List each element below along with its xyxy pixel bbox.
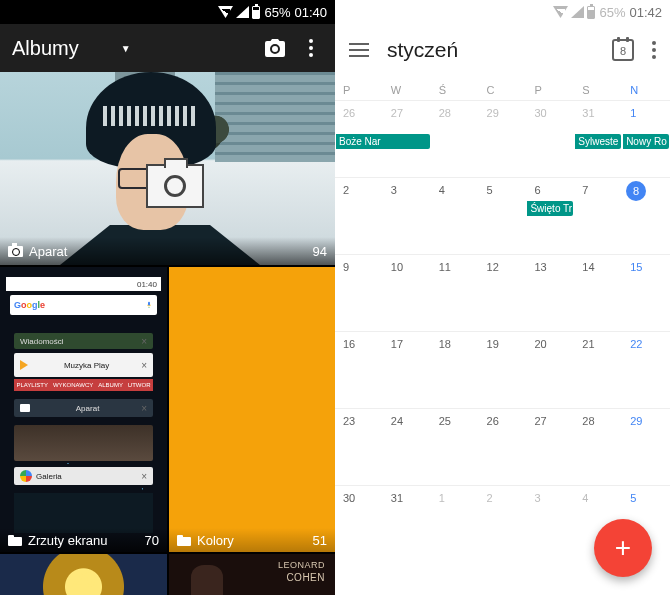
album-name: Aparat (29, 244, 67, 259)
battery-percent: 65% (599, 5, 625, 20)
google-search-bar: Google (10, 295, 157, 315)
signal-icon (236, 6, 249, 18)
calendar-day[interactable]: 25 (431, 409, 479, 485)
album-cutoff[interactable]: 20 (0, 554, 167, 595)
folder-icon (8, 535, 22, 546)
wifi-icon (553, 6, 568, 18)
album-kolory[interactable]: Kolory 51 (169, 267, 335, 552)
calendar-week: 2627282930311Boże NarSylwesteNowy Ro (335, 100, 670, 177)
calendar-day[interactable]: 18 (431, 332, 479, 408)
calendar-day[interactable]: 26 (479, 409, 527, 485)
calendar-day[interactable]: 7 (574, 178, 622, 254)
calendar-grid: P W Ś C P S N 2627282930311Boże NarSylwe… (335, 76, 670, 545)
album-aparat[interactable]: Aparat 94 (0, 72, 335, 265)
calendar-day[interactable]: 21 (574, 332, 622, 408)
calendar-day[interactable]: 2 (335, 178, 383, 254)
calendar-day[interactable]: 27 (526, 409, 574, 485)
calendar-day[interactable]: 14 (574, 255, 622, 331)
event-chip[interactable]: Sylweste (575, 134, 621, 149)
gallery-icon (20, 470, 32, 482)
calendar-day[interactable]: 31 (383, 486, 431, 545)
calendar-toolbar: styczeń 8 (335, 24, 670, 76)
battery-percent: 65% (264, 5, 290, 20)
calendar-day[interactable]: 30 (526, 101, 574, 177)
portrait-silhouette (191, 565, 223, 595)
status-bar: 65% 01:40 (0, 0, 335, 24)
event-chip[interactable]: Święto Tr (527, 201, 573, 216)
calendar-day[interactable]: 8 (622, 178, 670, 254)
camera-icon (8, 246, 23, 257)
calendar-day[interactable]: 22 (622, 332, 670, 408)
calendar-day[interactable]: 10 (383, 255, 431, 331)
dropdown-icon[interactable]: ▼ (121, 43, 131, 54)
calendar-day[interactable]: 3 (383, 178, 431, 254)
recents-card: Galeria× (14, 467, 153, 485)
calendar-day[interactable]: 17 (383, 332, 431, 408)
camera-overlay-icon (146, 164, 204, 208)
day-of-week-header: P W Ś C P S N (335, 76, 670, 100)
recents-card: Wiadomości× (14, 333, 153, 349)
calendar-day[interactable]: 2 (479, 486, 527, 545)
inner-status-bar: 01:40 (6, 277, 161, 291)
battery-icon (252, 6, 260, 19)
dow-label: P (335, 76, 383, 100)
calendar-day[interactable]: 23 (335, 409, 383, 485)
album-name: Zrzuty ekranu (28, 533, 107, 548)
event-chip[interactable]: Nowy Ro (623, 134, 669, 149)
calendar-day[interactable]: 24 (383, 409, 431, 485)
overflow-menu-button[interactable] (652, 41, 656, 59)
screenshot-thumbnail: 01:40 Google Wiadomości× Muzyka Play× PL… (6, 277, 161, 527)
event-chip[interactable]: Boże Nar (336, 134, 430, 149)
album-cutoff[interactable]: LEONARD COHEN (169, 554, 335, 595)
photo-strip (14, 425, 153, 461)
dow-label: S (574, 76, 622, 100)
calendar-day[interactable]: 28 (431, 101, 479, 177)
calendar-day[interactable]: 19 (479, 332, 527, 408)
calendar-day[interactable]: 29 (622, 409, 670, 485)
recents-card: Aparat× (14, 399, 153, 417)
calendar-day[interactable]: 11 (431, 255, 479, 331)
album-count: 94 (313, 244, 327, 259)
calendar-day[interactable]: 28 (574, 409, 622, 485)
calendar-day[interactable]: 20 (526, 332, 574, 408)
dow-label: N (622, 76, 670, 100)
album-zrzuty-ekranu[interactable]: 01:40 Google Wiadomości× Muzyka Play× PL… (0, 267, 167, 552)
calendar-day[interactable]: 1 (431, 486, 479, 545)
album-grid: Aparat 94 01:40 Google Wiadomości× (0, 72, 335, 595)
clock: 01:40 (294, 5, 327, 20)
album-thumb-text: LEONARD (278, 560, 325, 570)
gallery-toolbar: Albumy ▼ (0, 24, 335, 72)
calendar-day[interactable]: 13 (526, 255, 574, 331)
toolbar-title[interactable]: Albumy (12, 37, 79, 60)
battery-icon (587, 6, 595, 19)
add-event-fab[interactable]: + (594, 519, 652, 577)
dow-label: P (526, 76, 574, 100)
calendar-day[interactable]: 6 (526, 178, 574, 254)
dow-label: W (383, 76, 431, 100)
hamburger-menu-button[interactable] (349, 43, 369, 57)
calendar-day[interactable]: 29 (479, 101, 527, 177)
calendar-day[interactable]: 4 (431, 178, 479, 254)
overflow-menu-button[interactable] (299, 36, 323, 60)
recents-card: Muzyka Play× (14, 353, 153, 377)
calendar-week: 16171819202122 (335, 331, 670, 408)
calendar-day[interactable]: 12 (479, 255, 527, 331)
calendar-week: 2345678Święto Tr (335, 177, 670, 254)
calendar-day[interactable]: 16 (335, 332, 383, 408)
calendar-day[interactable]: 3 (526, 486, 574, 545)
calendar-day[interactable]: 30 (335, 486, 383, 545)
status-bar: 65% 01:42 (335, 0, 670, 24)
album-thumb-text: 20 (71, 567, 95, 593)
calendar-day[interactable]: 5 (479, 178, 527, 254)
month-title[interactable]: styczeń (387, 38, 458, 62)
today-button[interactable]: 8 (612, 39, 634, 61)
album-thumb-text: COHEN (286, 572, 325, 583)
today-indicator: 8 (626, 181, 646, 201)
dow-label: Ś (431, 76, 479, 100)
wifi-icon (218, 6, 233, 18)
dow-label: C (479, 76, 527, 100)
calendar-day[interactable]: 9 (335, 255, 383, 331)
calendar-day[interactable]: 15 (622, 255, 670, 331)
calendar-app: 65% 01:42 styczeń 8 P W Ś C P S N 262728… (335, 0, 670, 595)
camera-button[interactable] (263, 36, 287, 60)
